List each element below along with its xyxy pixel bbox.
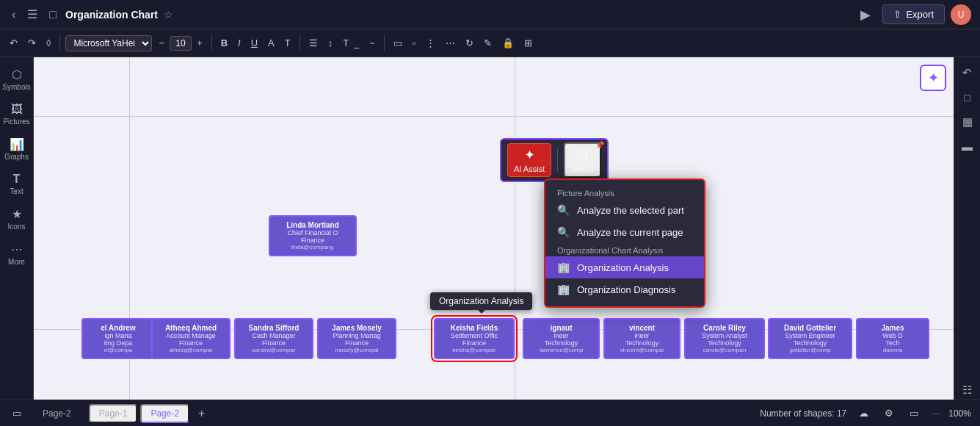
node-el[interactable]: el Andrew ign Mana ting Depa el@compa bbox=[81, 318, 155, 359]
right-sidebar: ↶ □ ▦ ▬ ☷ bbox=[954, 57, 980, 400]
sidebar-item-icons[interactable]: ★ Icons bbox=[2, 203, 32, 235]
node-vincent[interactable]: vincent ineer Technology vincent@compai bbox=[603, 318, 680, 359]
sidebar-label-more: More bbox=[8, 258, 25, 266]
pin-button[interactable]: 📌 bbox=[595, 141, 604, 149]
zoom-level: 100% bbox=[948, 408, 971, 419]
lock-button[interactable]: 🔒 bbox=[498, 35, 518, 51]
node-carole[interactable]: Carole Riley System Analyst Technology c… bbox=[684, 318, 765, 359]
redo-button[interactable]: ↷ bbox=[24, 35, 40, 51]
status-right: Number of shapes: 17 ☁ ⚙ ▭ — 100% bbox=[760, 405, 971, 421]
format-button[interactable]: ◊ bbox=[43, 35, 54, 51]
sidebar-item-symbols[interactable]: ⬡ Symbols bbox=[2, 63, 32, 95]
sidebar-item-pictures[interactable]: 🖼 Pictures bbox=[2, 98, 32, 130]
node-keisha-email: keisha@compan bbox=[441, 347, 507, 353]
node-cfo-name: Linda Mortland bbox=[276, 221, 349, 229]
font-size-input[interactable] bbox=[170, 36, 192, 51]
right-tool-settings[interactable]: ☷ bbox=[959, 380, 975, 400]
ai-assist-button[interactable]: ✦ AI Assist bbox=[507, 143, 551, 177]
analyze-current-item[interactable]: 🔍 Analyze the current page bbox=[545, 221, 704, 243]
title-bar: ‹ ☰ □ Organization Chart ☆ ▶ ⇧ Export U bbox=[0, 0, 980, 29]
undo-button[interactable]: ↶ bbox=[6, 35, 21, 51]
wave-button[interactable]: ~ bbox=[366, 35, 379, 51]
org-analysis-item[interactable]: 🏢 Organization Analysis bbox=[545, 256, 704, 278]
pictures-icon: 🖼 bbox=[11, 103, 23, 116]
analyze-selected-icon: 🔍 bbox=[557, 204, 570, 216]
text-icon: T bbox=[13, 173, 21, 186]
add-page-button[interactable]: + bbox=[198, 407, 205, 420]
analyze-selected-item[interactable]: 🔍 Analyze the selected part bbox=[545, 199, 704, 221]
node-sandra[interactable]: Sandra Sifford Cash Manager Finance sand… bbox=[234, 318, 313, 359]
font-size-group: − + bbox=[155, 35, 206, 51]
shape3-button[interactable]: ⋮ bbox=[422, 35, 439, 51]
back-button[interactable]: ‹ bbox=[9, 5, 18, 24]
line-space-button[interactable]: ↕ bbox=[324, 35, 337, 51]
sidebar-item-graphs[interactable]: 📊 Graphs bbox=[2, 133, 32, 165]
popup-divider bbox=[557, 148, 558, 172]
toolbar-separator-1 bbox=[59, 35, 60, 51]
right-tool-1[interactable]: ↶ bbox=[959, 63, 975, 82]
node-keisha-role: Settlement Offic bbox=[441, 332, 507, 339]
more-icon: ⋯ bbox=[11, 242, 23, 256]
shape4-button[interactable]: ⋯ bbox=[442, 35, 459, 51]
right-tool-4[interactable]: ▬ bbox=[959, 137, 976, 156]
toolbar-separator-4 bbox=[384, 35, 385, 51]
node-james2[interactable]: James Web D Tech damma bbox=[856, 318, 929, 359]
italic-button[interactable]: I bbox=[234, 35, 244, 51]
sidebar-item-more[interactable]: ⋯ More bbox=[2, 238, 32, 270]
export-icon: ⇧ bbox=[893, 9, 901, 20]
node-atheeq[interactable]: Atheeq Ahmed Account Manage Finance athe… bbox=[151, 318, 231, 359]
grid-button[interactable]: ⊞ bbox=[520, 35, 536, 51]
text-style-button[interactable]: T bbox=[339, 35, 352, 51]
text-button[interactable]: T bbox=[281, 35, 294, 51]
canvas: Linda Mortland Chief Financial O Finance… bbox=[34, 57, 954, 400]
node-james[interactable]: James Mosely Planning Manag Finance mose… bbox=[317, 318, 396, 359]
org-diagnosis-item[interactable]: 🏢 Organization Diagnosis bbox=[545, 278, 704, 300]
ai-popup-toolbar: ✦ AI Assist ☑ Select 📌 bbox=[500, 138, 609, 182]
sidebar-label-graphs: Graphs bbox=[4, 153, 29, 161]
panel-toggle-button[interactable]: ▭ bbox=[9, 405, 25, 421]
canvas-hline-1 bbox=[34, 116, 954, 117]
align-button[interactable]: ☰ bbox=[305, 35, 322, 51]
export-button[interactable]: ⇧ Export bbox=[882, 4, 945, 24]
favorite-button[interactable]: ☆ bbox=[164, 9, 173, 21]
rotate-button[interactable]: ↻ bbox=[462, 35, 477, 51]
avatar[interactable]: U bbox=[951, 4, 971, 25]
canvas-vline-2 bbox=[515, 57, 515, 400]
shape2-button[interactable]: ▫ bbox=[409, 35, 420, 51]
file-icon[interactable]: □ bbox=[46, 5, 59, 24]
node-david[interactable]: David Gottelier System Engineer Technolo… bbox=[768, 318, 852, 359]
page-tab-page2[interactable]: Page-2 bbox=[140, 404, 189, 423]
font-size-increase[interactable]: + bbox=[193, 35, 206, 51]
shape1-button[interactable]: ▭ bbox=[390, 35, 406, 51]
cloud-button[interactable]: ☁ bbox=[855, 405, 872, 421]
sidebar-label-text: Text bbox=[10, 187, 23, 195]
sparkle-ai-button[interactable]: ✦ bbox=[920, 65, 946, 91]
settings-status-button[interactable]: ⚙ bbox=[881, 405, 897, 421]
underline-button[interactable]: U bbox=[247, 35, 261, 51]
org-analysis-icon: 🏢 bbox=[557, 261, 570, 273]
right-tool-3[interactable]: ▦ bbox=[959, 112, 976, 131]
sidebar-label-symbols: Symbols bbox=[2, 83, 30, 91]
node-cfo[interactable]: Linda Mortland Chief Financial O Finance… bbox=[269, 215, 357, 256]
node-ignaut[interactable]: ignaut ineer Technology lawrence@comp bbox=[523, 318, 600, 359]
edit-button[interactable]: ✎ bbox=[480, 35, 496, 51]
bold-button[interactable]: B bbox=[217, 35, 231, 51]
view-button[interactable]: ▭ bbox=[906, 405, 922, 421]
play-button[interactable]: ▶ bbox=[854, 4, 876, 26]
sidebar-item-text[interactable]: T Text bbox=[2, 168, 32, 200]
document-title: Organization Chart bbox=[65, 9, 158, 21]
font-color-button[interactable]: A bbox=[264, 35, 278, 51]
icons-icon: ★ bbox=[12, 207, 22, 221]
menu-button[interactable]: ☰ bbox=[24, 4, 40, 24]
node-keisha[interactable]: Keisha Fields Settlement Offic Finance k… bbox=[434, 318, 515, 359]
right-tool-2[interactable]: □ bbox=[961, 88, 973, 106]
title-bar-left: ‹ ☰ □ Organization Chart ☆ bbox=[9, 4, 849, 24]
toolbar-separator-3 bbox=[300, 35, 300, 51]
font-size-decrease[interactable]: − bbox=[155, 35, 168, 51]
strikethrough-button[interactable]: ̲ bbox=[355, 35, 363, 51]
left-sidebar: ⬡ Symbols 🖼 Pictures 📊 Graphs T Text ★ I… bbox=[0, 57, 34, 400]
sidebar-label-pictures: Pictures bbox=[3, 118, 29, 126]
page-tab-page1[interactable]: Page-1 bbox=[89, 404, 138, 423]
font-selector[interactable]: Microsoft YaHei bbox=[65, 35, 152, 51]
zoom-separator: — bbox=[931, 408, 940, 419]
